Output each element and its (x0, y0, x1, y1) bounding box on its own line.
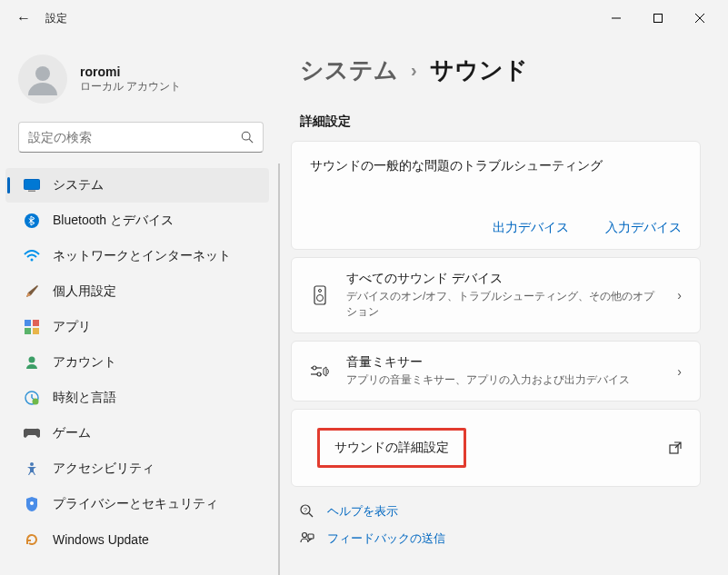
svg-point-5 (242, 132, 250, 140)
svg-point-18 (30, 462, 34, 466)
chevron-right-icon: › (677, 364, 682, 379)
svg-point-19 (30, 501, 34, 505)
svg-text:?: ? (304, 507, 307, 513)
nav-label: 個人用設定 (53, 283, 116, 300)
system-icon (24, 177, 40, 193)
input-device-button[interactable]: 入力デバイス (605, 220, 682, 236)
gamepad-icon (24, 425, 40, 441)
nav-privacy[interactable]: プライバシーとセキュリティ (5, 487, 269, 521)
nav-label: アクセシビリティ (53, 461, 155, 477)
apps-icon (24, 319, 40, 335)
search-box[interactable] (18, 122, 264, 153)
nav-label: アプリ (53, 319, 91, 335)
svg-rect-7 (25, 180, 40, 190)
svg-point-26 (317, 372, 321, 376)
sound-advanced-settings-item[interactable]: サウンドの詳細設定 (291, 409, 701, 487)
svg-rect-8 (28, 191, 35, 193)
nav-bluetooth[interactable]: Bluetooth とデバイス (5, 203, 269, 238)
brush-icon (24, 283, 40, 300)
shield-icon (24, 496, 40, 512)
maximize-button[interactable] (637, 4, 679, 33)
wifi-icon (24, 248, 40, 264)
nav-personalization[interactable]: 個人用設定 (5, 274, 269, 309)
svg-point-31 (303, 533, 307, 538)
svg-rect-12 (33, 320, 39, 326)
window-title: 設定 (45, 11, 67, 26)
nav-label: システム (53, 177, 104, 193)
svg-line-29 (309, 513, 313, 517)
back-button[interactable]: ← (16, 10, 31, 26)
svg-point-9 (25, 213, 39, 228)
list-title: サウンドの詳細設定 (331, 431, 453, 465)
nav-accounts[interactable]: アカウント (5, 345, 269, 380)
svg-point-17 (33, 399, 39, 405)
nav-apps[interactable]: アプリ (5, 310, 269, 344)
main-content: システム › サウンド 詳細設定 サウンドの一般的な問題のトラブルシューティング… (282, 36, 728, 575)
help-link[interactable]: ? ヘルプを表示 (300, 503, 701, 520)
svg-point-15 (29, 357, 35, 363)
troubleshoot-title: サウンドの一般的な問題のトラブルシューティング (310, 158, 682, 174)
list-sub: アプリの音量ミキサー、アプリの入力および出力デバイス (346, 372, 661, 388)
help-label: ヘルプを表示 (327, 503, 398, 520)
svg-rect-32 (308, 534, 314, 539)
open-external-icon (669, 441, 682, 454)
svg-line-6 (249, 139, 253, 143)
profile[interactable]: roromi ローカル アカウント (0, 45, 282, 122)
nav-label: アカウント (53, 354, 116, 371)
svg-point-21 (319, 290, 322, 292)
chevron-right-icon: › (411, 60, 417, 81)
titlebar: ← 設定 (0, 0, 728, 36)
accessibility-icon (24, 461, 40, 477)
nav-label: Bluetooth とデバイス (53, 213, 174, 229)
nav-system[interactable]: システム (5, 168, 269, 203)
svg-point-24 (313, 366, 316, 370)
all-sound-devices-item[interactable]: すべてのサウンド デバイス デバイスのオン/オフ、トラブルシューティング、その他… (291, 257, 701, 333)
profile-sub: ローカル アカウント (80, 79, 181, 94)
nav-label: ネットワークとインターネット (53, 248, 231, 264)
output-device-button[interactable]: 出力デバイス (493, 220, 569, 236)
search-input[interactable] (28, 130, 241, 144)
minimize-button[interactable] (595, 4, 637, 33)
svg-rect-14 (33, 328, 39, 334)
globe-clock-icon (24, 390, 40, 406)
avatar (18, 55, 67, 104)
chevron-right-icon: › (677, 288, 682, 302)
svg-point-4 (35, 66, 50, 81)
nav-label: Windows Update (53, 532, 149, 547)
svg-rect-13 (25, 328, 31, 334)
list-title: すべてのサウンド デバイス (346, 271, 661, 287)
person-icon (24, 354, 40, 371)
sidebar: roromi ローカル アカウント システム Bluetooth とデバイス (0, 36, 282, 575)
feedback-link[interactable]: フィードバックの送信 (300, 530, 701, 547)
close-button[interactable] (679, 4, 721, 33)
svg-point-10 (31, 259, 34, 262)
nav-accessibility[interactable]: アクセシビリティ (5, 451, 269, 486)
section-label: 詳細設定 (300, 114, 701, 130)
list-title: 音量ミキサー (346, 354, 661, 371)
breadcrumb-parent[interactable]: システム (300, 55, 398, 86)
nav-time-language[interactable]: 時刻と言語 (5, 381, 269, 415)
breadcrumb-current: サウンド (430, 55, 528, 86)
feedback-icon (300, 531, 316, 546)
troubleshoot-card: サウンドの一般的な問題のトラブルシューティング 出力デバイス 入力デバイス (291, 141, 701, 250)
svg-rect-11 (25, 320, 31, 326)
nav-network[interactable]: ネットワークとインターネット (5, 239, 269, 273)
feedback-label: フィードバックの送信 (327, 530, 445, 547)
nav-label: ゲーム (53, 425, 91, 441)
profile-name: roromi (80, 64, 181, 79)
nav-label: プライバシーとセキュリティ (53, 496, 218, 512)
list-sub: デバイスのオン/オフ、トラブルシューティング、その他のオプション (346, 289, 661, 320)
nav-gaming[interactable]: ゲーム (5, 416, 269, 451)
svg-point-22 (317, 295, 324, 302)
help-icon: ? (300, 504, 316, 519)
speaker-icon (310, 285, 330, 305)
nav-label: 時刻と言語 (53, 390, 116, 406)
search-icon (241, 131, 254, 144)
nav-windows-update[interactable]: Windows Update (5, 522, 269, 557)
volume-mixer-item[interactable]: 音量ミキサー アプリの音量ミキサー、アプリの入力および出力デバイス › (291, 341, 701, 402)
update-icon (24, 531, 40, 548)
mixer-icon (310, 363, 330, 380)
breadcrumb: システム › サウンド (291, 55, 701, 86)
svg-rect-1 (654, 15, 663, 23)
bluetooth-icon (24, 213, 40, 229)
